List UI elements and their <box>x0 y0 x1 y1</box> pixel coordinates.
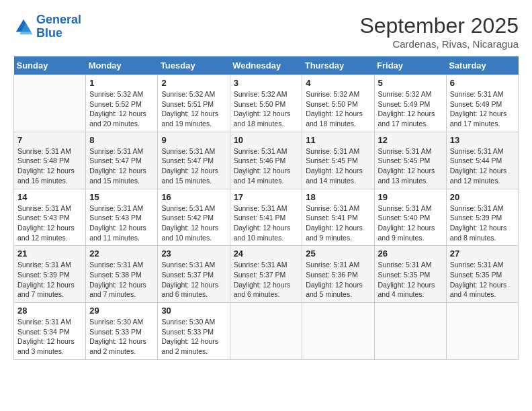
day-number: 12 <box>378 135 443 145</box>
cell-info: Sunrise: 5:31 AM Sunset: 5:38 PM Dayligh… <box>89 260 154 300</box>
calendar-cell: 23Sunrise: 5:31 AM Sunset: 5:37 PM Dayli… <box>158 246 230 303</box>
cell-info: Sunrise: 5:31 AM Sunset: 5:49 PM Dayligh… <box>450 89 515 129</box>
day-number: 26 <box>378 248 443 259</box>
cell-info: Sunrise: 5:31 AM Sunset: 5:40 PM Dayligh… <box>378 203 443 243</box>
calendar-week-2: 7Sunrise: 5:31 AM Sunset: 5:48 PM Daylig… <box>14 132 519 189</box>
calendar-cell: 14Sunrise: 5:31 AM Sunset: 5:43 PM Dayli… <box>14 189 86 246</box>
month-title: September 2025 <box>359 13 519 38</box>
day-number: 10 <box>234 135 299 145</box>
day-number: 4 <box>306 78 370 88</box>
calendar-cell: 27Sunrise: 5:31 AM Sunset: 5:35 PM Dayli… <box>446 246 518 303</box>
day-header-sunday: Sunday <box>14 56 86 75</box>
logo-line2: Blue <box>36 26 62 40</box>
day-number: 1 <box>89 78 154 88</box>
calendar-cell: 3Sunrise: 5:32 AM Sunset: 5:50 PM Daylig… <box>230 75 302 132</box>
day-number: 11 <box>306 135 370 145</box>
cell-info: Sunrise: 5:31 AM Sunset: 5:46 PM Dayligh… <box>234 146 299 186</box>
calendar-cell: 20Sunrise: 5:31 AM Sunset: 5:39 PM Dayli… <box>446 189 518 246</box>
cell-info: Sunrise: 5:31 AM Sunset: 5:41 PM Dayligh… <box>234 203 299 243</box>
day-number: 16 <box>161 192 226 202</box>
calendar-cell: 26Sunrise: 5:31 AM Sunset: 5:35 PM Dayli… <box>374 246 446 303</box>
calendar-cell <box>14 75 86 132</box>
calendar-cell <box>230 303 302 360</box>
cell-info: Sunrise: 5:32 AM Sunset: 5:51 PM Dayligh… <box>161 89 226 129</box>
cell-info: Sunrise: 5:31 AM Sunset: 5:39 PM Dayligh… <box>450 203 515 243</box>
day-number: 29 <box>89 306 154 316</box>
day-number: 5 <box>378 78 443 88</box>
cell-info: Sunrise: 5:31 AM Sunset: 5:35 PM Dayligh… <box>378 260 443 300</box>
day-header-monday: Monday <box>86 56 158 75</box>
day-number: 2 <box>161 78 226 88</box>
logo-line1: General <box>36 13 81 26</box>
logo: General Blue <box>13 13 81 40</box>
calendar-cell: 28Sunrise: 5:31 AM Sunset: 5:34 PM Dayli… <box>14 303 86 360</box>
cell-info: Sunrise: 5:32 AM Sunset: 5:52 PM Dayligh… <box>89 89 154 129</box>
day-number: 17 <box>234 192 299 202</box>
calendar-cell: 11Sunrise: 5:31 AM Sunset: 5:45 PM Dayli… <box>302 132 374 189</box>
day-number: 28 <box>17 306 82 316</box>
day-header-friday: Friday <box>374 56 446 75</box>
cell-info: Sunrise: 5:32 AM Sunset: 5:49 PM Dayligh… <box>378 89 443 129</box>
day-number: 15 <box>89 192 154 202</box>
cell-info: Sunrise: 5:31 AM Sunset: 5:48 PM Dayligh… <box>17 146 82 186</box>
day-number: 24 <box>234 248 299 259</box>
day-number: 22 <box>89 248 154 259</box>
cell-info: Sunrise: 5:32 AM Sunset: 5:50 PM Dayligh… <box>234 89 299 129</box>
calendar-cell: 2Sunrise: 5:32 AM Sunset: 5:51 PM Daylig… <box>158 75 230 132</box>
day-number: 3 <box>234 78 299 88</box>
cell-info: Sunrise: 5:31 AM Sunset: 5:45 PM Dayligh… <box>306 146 370 186</box>
day-number: 8 <box>89 135 154 145</box>
calendar-cell: 8Sunrise: 5:31 AM Sunset: 5:47 PM Daylig… <box>86 132 158 189</box>
header: General Blue September 2025 Cardenas, Ri… <box>13 13 519 50</box>
calendar-cell: 9Sunrise: 5:31 AM Sunset: 5:47 PM Daylig… <box>158 132 230 189</box>
calendar-cell: 1Sunrise: 5:32 AM Sunset: 5:52 PM Daylig… <box>86 75 158 132</box>
cell-info: Sunrise: 5:31 AM Sunset: 5:43 PM Dayligh… <box>89 203 154 243</box>
calendar-cell: 10Sunrise: 5:31 AM Sunset: 5:46 PM Dayli… <box>230 132 302 189</box>
calendar-week-4: 21Sunrise: 5:31 AM Sunset: 5:39 PM Dayli… <box>14 246 519 303</box>
day-number: 30 <box>161 306 226 316</box>
cell-info: Sunrise: 5:31 AM Sunset: 5:37 PM Dayligh… <box>161 260 226 300</box>
day-number: 25 <box>306 248 370 259</box>
cell-info: Sunrise: 5:30 AM Sunset: 5:33 PM Dayligh… <box>89 317 154 357</box>
day-header-saturday: Saturday <box>446 56 518 75</box>
calendar-cell: 7Sunrise: 5:31 AM Sunset: 5:48 PM Daylig… <box>14 132 86 189</box>
cell-info: Sunrise: 5:31 AM Sunset: 5:47 PM Dayligh… <box>89 146 154 186</box>
calendar-week-5: 28Sunrise: 5:31 AM Sunset: 5:34 PM Dayli… <box>14 303 519 360</box>
logo-text: General Blue <box>36 13 81 40</box>
cell-info: Sunrise: 5:32 AM Sunset: 5:50 PM Dayligh… <box>306 89 370 129</box>
calendar-cell: 24Sunrise: 5:31 AM Sunset: 5:37 PM Dayli… <box>230 246 302 303</box>
cell-info: Sunrise: 5:31 AM Sunset: 5:41 PM Dayligh… <box>306 203 370 243</box>
calendar-cell: 19Sunrise: 5:31 AM Sunset: 5:40 PM Dayli… <box>374 189 446 246</box>
logo-icon <box>13 17 34 37</box>
day-number: 19 <box>378 192 443 202</box>
calendar-table: SundayMondayTuesdayWednesdayThursdayFrid… <box>13 56 519 360</box>
cell-info: Sunrise: 5:31 AM Sunset: 5:35 PM Dayligh… <box>450 260 515 300</box>
day-number: 6 <box>450 78 515 88</box>
cell-info: Sunrise: 5:31 AM Sunset: 5:43 PM Dayligh… <box>17 203 82 243</box>
calendar-cell: 6Sunrise: 5:31 AM Sunset: 5:49 PM Daylig… <box>446 75 518 132</box>
calendar-cell: 5Sunrise: 5:32 AM Sunset: 5:49 PM Daylig… <box>374 75 446 132</box>
day-header-wednesday: Wednesday <box>230 56 302 75</box>
day-number: 21 <box>17 248 82 259</box>
calendar-cell: 21Sunrise: 5:31 AM Sunset: 5:39 PM Dayli… <box>14 246 86 303</box>
calendar-cell <box>302 303 374 360</box>
calendar-cell: 12Sunrise: 5:31 AM Sunset: 5:45 PM Dayli… <box>374 132 446 189</box>
day-number: 20 <box>450 192 515 202</box>
day-number: 7 <box>17 135 82 145</box>
cell-info: Sunrise: 5:31 AM Sunset: 5:34 PM Dayligh… <box>17 317 82 357</box>
cell-info: Sunrise: 5:31 AM Sunset: 5:42 PM Dayligh… <box>161 203 226 243</box>
day-number: 18 <box>306 192 370 202</box>
calendar-header-row: SundayMondayTuesdayWednesdayThursdayFrid… <box>14 56 519 75</box>
calendar-cell: 4Sunrise: 5:32 AM Sunset: 5:50 PM Daylig… <box>302 75 374 132</box>
cell-info: Sunrise: 5:30 AM Sunset: 5:33 PM Dayligh… <box>161 317 226 357</box>
cell-info: Sunrise: 5:31 AM Sunset: 5:37 PM Dayligh… <box>234 260 299 300</box>
day-header-tuesday: Tuesday <box>158 56 230 75</box>
calendar-cell: 16Sunrise: 5:31 AM Sunset: 5:42 PM Dayli… <box>158 189 230 246</box>
day-number: 13 <box>450 135 515 145</box>
calendar-cell <box>446 303 518 360</box>
calendar-cell: 15Sunrise: 5:31 AM Sunset: 5:43 PM Dayli… <box>86 189 158 246</box>
calendar-cell: 13Sunrise: 5:31 AM Sunset: 5:44 PM Dayli… <box>446 132 518 189</box>
location-subtitle: Cardenas, Rivas, Nicaragua <box>359 38 519 50</box>
calendar-cell: 17Sunrise: 5:31 AM Sunset: 5:41 PM Dayli… <box>230 189 302 246</box>
calendar-cell: 22Sunrise: 5:31 AM Sunset: 5:38 PM Dayli… <box>86 246 158 303</box>
